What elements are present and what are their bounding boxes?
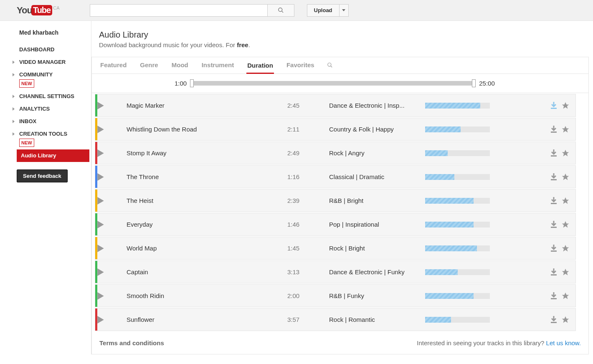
play-button[interactable]: [97, 173, 127, 181]
tab-genre[interactable]: Genre: [139, 57, 159, 73]
sidebar-item-community[interactable]: COMMUNITYNEW: [17, 68, 91, 90]
download-button[interactable]: [550, 268, 557, 276]
track-actions: [494, 244, 575, 253]
logo-region: CA: [53, 5, 59, 10]
tab-featured[interactable]: Featured: [99, 57, 127, 73]
track-title[interactable]: The Heist: [127, 197, 287, 204]
favorite-button[interactable]: [561, 197, 570, 205]
play-button[interactable]: [97, 126, 127, 133]
tab-duration[interactable]: Duration: [246, 58, 274, 74]
play-button[interactable]: [97, 221, 127, 228]
download-button[interactable]: [550, 102, 557, 109]
track-duration: 2:39: [287, 197, 329, 204]
sidebar-item-creation-tools[interactable]: CREATION TOOLSNEW: [17, 128, 91, 149]
play-button[interactable]: [97, 149, 127, 157]
track-list[interactable]: Magic Marker2:45Dance & Electronic | Ins…: [92, 93, 588, 332]
cta-text: Interested in seeing your tracks in this…: [417, 339, 546, 346]
track-genre: Rock | Bright: [329, 245, 425, 252]
favorite-button[interactable]: [561, 125, 570, 134]
play-button[interactable]: [97, 316, 127, 324]
track-popularity: [425, 198, 494, 204]
play-icon: [97, 221, 104, 228]
favorite-button[interactable]: [561, 173, 570, 181]
track-genre: Rock | Angry: [329, 149, 425, 157]
tab-instrument[interactable]: Instrument: [201, 57, 235, 73]
slider-handle-min[interactable]: [190, 79, 194, 87]
track-title[interactable]: Smooth Ridin: [127, 292, 287, 299]
track-row: Captain3:13Dance & Electronic | Funky: [95, 260, 576, 283]
star-icon: [561, 292, 570, 300]
play-button[interactable]: [97, 197, 127, 205]
download-icon: [550, 173, 557, 181]
tab-search-icon[interactable]: [327, 62, 333, 69]
track-title[interactable]: Everyday: [127, 221, 287, 228]
star-icon: [561, 244, 570, 253]
svg-rect-12: [551, 298, 557, 299]
youtube-logo[interactable]: You Tube CA: [17, 5, 60, 16]
cta-link[interactable]: Let us know.: [546, 339, 581, 346]
user-name[interactable]: Med kharbach: [17, 29, 91, 36]
track-genre: Dance & Electronic | Funky: [329, 268, 425, 276]
svg-rect-9: [551, 227, 557, 228]
track-row: Magic Marker2:45Dance & Electronic | Ins…: [95, 94, 576, 117]
favorite-button[interactable]: [561, 316, 570, 324]
download-button[interactable]: [550, 126, 557, 133]
search-button[interactable]: [267, 4, 294, 17]
download-button[interactable]: [550, 245, 557, 252]
favorite-button[interactable]: [561, 101, 570, 110]
download-button[interactable]: [550, 316, 557, 324]
track-actions: [494, 316, 575, 324]
download-button[interactable]: [550, 221, 557, 228]
track-title[interactable]: The Throne: [127, 173, 287, 180]
slider-min-label: 1:00: [175, 80, 187, 87]
duration-slider-area: 1:00 25:00: [92, 74, 588, 93]
download-icon: [550, 197, 557, 205]
track-title[interactable]: Stomp It Away: [127, 149, 287, 157]
play-button[interactable]: [97, 245, 127, 252]
terms-link[interactable]: Terms and conditions: [99, 339, 164, 346]
track-row: Sunflower3:57Rock | Romantic: [95, 308, 576, 331]
track-title[interactable]: Captain: [127, 268, 287, 276]
track-genre: Rock | Romantic: [329, 316, 425, 323]
track-actions: [494, 220, 575, 229]
track-popularity: [425, 245, 494, 251]
favorite-button[interactable]: [561, 149, 570, 157]
sidebar-item-analytics[interactable]: ANALYTICS: [17, 103, 91, 115]
sidebar-item-channel-settings[interactable]: CHANNEL SETTINGS: [17, 90, 91, 103]
star-icon: [561, 101, 570, 110]
download-button[interactable]: [550, 173, 557, 181]
favorite-button[interactable]: [561, 268, 570, 276]
sidebar-item-dashboard[interactable]: DASHBOARD: [17, 43, 91, 56]
footer: Terms and conditions Interested in seein…: [92, 332, 588, 354]
upload-dropdown[interactable]: [340, 4, 349, 17]
favorite-button[interactable]: [561, 292, 570, 300]
logo-you: You: [17, 5, 32, 16]
play-button[interactable]: [97, 102, 127, 109]
tab-mood[interactable]: Mood: [171, 57, 189, 73]
svg-point-0: [278, 8, 282, 12]
track-title[interactable]: Whistling Down the Road: [127, 126, 287, 133]
send-feedback-button[interactable]: Send feedback: [17, 169, 68, 182]
duration-slider[interactable]: [191, 81, 475, 86]
new-badge: NEW: [19, 79, 34, 88]
sidebar-item-audio-library[interactable]: Audio Library: [17, 149, 89, 162]
play-icon: [97, 268, 104, 276]
play-button[interactable]: [97, 268, 127, 276]
sidebar-item-video-manager[interactable]: VIDEO MANAGER: [17, 56, 91, 68]
upload-button[interactable]: Upload: [307, 4, 340, 17]
tab-favorites[interactable]: Favorites: [286, 57, 315, 73]
search-input[interactable]: [90, 4, 267, 17]
download-button[interactable]: [550, 149, 557, 157]
star-icon: [561, 125, 570, 134]
favorite-button[interactable]: [561, 220, 570, 229]
favorite-button[interactable]: [561, 244, 570, 253]
play-button[interactable]: [97, 292, 127, 300]
track-title[interactable]: Sunflower: [127, 316, 287, 323]
sidebar-item-inbox[interactable]: INBOX: [17, 115, 91, 128]
track-title[interactable]: World Map: [127, 245, 287, 252]
track-title[interactable]: Magic Marker: [127, 102, 287, 109]
svg-rect-11: [551, 274, 557, 276]
download-button[interactable]: [550, 292, 557, 300]
download-button[interactable]: [550, 197, 557, 205]
slider-handle-max[interactable]: [472, 79, 476, 87]
